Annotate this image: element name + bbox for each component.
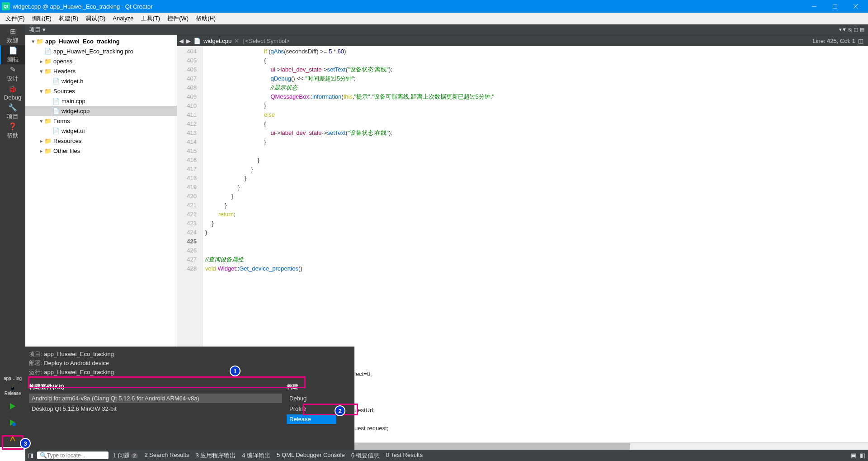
tree-item[interactable]: ▾📁Headers	[25, 66, 177, 76]
app-icon: Qt	[2, 2, 10, 10]
tree-label: Resources	[53, 138, 81, 144]
scrollbar-thumb[interactable]	[354, 443, 630, 450]
menu-Analyze[interactable]: Analyze	[109, 14, 137, 23]
menu-构建(B)[interactable]: 构建(B)	[55, 13, 82, 24]
obscured-code	[354, 388, 388, 397]
build-button[interactable]	[0, 431, 25, 447]
split-editor-icon[interactable]: ◫	[858, 38, 863, 44]
mode-label: 设计	[7, 75, 19, 83]
build-option-profile[interactable]: Profile	[287, 404, 336, 413]
kit-option[interactable]: Android for arm64-v8a (Clang Qt 5.12.6 f…	[29, 394, 282, 403]
search-icon: 🔍	[40, 452, 47, 459]
output-tab[interactable]: 4 编译输出	[242, 451, 270, 460]
tree-item[interactable]: 📄app_Huawei_Eco_tracking.pro	[25, 46, 177, 56]
tree-item[interactable]: 📄widget.ui	[25, 126, 177, 136]
menu-编辑(E)[interactable]: 编辑(E)	[28, 13, 55, 24]
symbol-selector[interactable]: <Select Symbol>	[245, 38, 290, 44]
output-tab[interactable]: 6 概要信息	[351, 451, 380, 460]
close-pane-icon[interactable]: ▤	[860, 27, 864, 33]
mode-项目[interactable]: 🔧项目	[0, 102, 25, 121]
menu-bar: 文件(F)编辑(E)构建(B)调试(D)Analyze工具(T)控件(W)帮助(…	[0, 13, 868, 24]
build-option-release[interactable]: Release	[287, 414, 336, 424]
mode-label: Debug	[4, 94, 21, 101]
tree-arrow-icon[interactable]: ▸	[38, 58, 44, 65]
tree-arrow-icon[interactable]: ▾	[38, 118, 44, 124]
mode-帮助[interactable]: ❓帮助	[0, 121, 25, 140]
menu-调试(D)[interactable]: 调试(D)	[82, 13, 109, 24]
mode-label: 帮助	[7, 132, 19, 140]
mode-icon: ⊞	[10, 27, 16, 36]
tree-arrow-icon[interactable]: ▸	[38, 147, 44, 154]
tree-item[interactable]: ▸📁openssl	[25, 56, 177, 66]
phone-icon: 📱	[9, 384, 16, 391]
maximize-button[interactable]	[825, 0, 845, 13]
toggle-right-sidebar-icon[interactable]: ◧	[860, 452, 865, 459]
output-tab[interactable]: 5 QML Debugger Console	[277, 451, 345, 460]
tree-item[interactable]: 📄main.cpp	[25, 96, 177, 106]
obscured-code: lect=0;	[354, 370, 388, 379]
output-tab[interactable]: 3 应用程序输出	[195, 451, 236, 460]
mode-欢迎[interactable]: ⊞欢迎	[0, 26, 25, 45]
tree-item[interactable]: ▸📁Other files	[25, 146, 177, 156]
file-icon: 📄	[193, 38, 201, 44]
build-target-label: app…ing	[4, 375, 22, 382]
mode-Debug[interactable]: 🐞Debug	[0, 83, 25, 102]
tree-item[interactable]: ▾📁Forms	[25, 116, 177, 126]
mode-设计[interactable]: ✎设计	[0, 64, 25, 83]
obscured-code	[354, 352, 388, 361]
mode-icon: ❓	[8, 122, 17, 131]
locator[interactable]: 🔍	[37, 451, 108, 459]
tree-item[interactable]: ▾📁Sources	[25, 86, 177, 96]
tree-label: openssl	[53, 58, 74, 65]
toggle-sidebar-icon[interactable]: ◨	[28, 452, 33, 459]
output-tab[interactable]: 2 Search Results	[144, 451, 189, 460]
menu-帮助(H)[interactable]: 帮助(H)	[192, 13, 219, 24]
tree-arrow-icon[interactable]: ▾	[38, 88, 44, 95]
menu-控件(W)[interactable]: 控件(W)	[164, 13, 192, 24]
kit-selector-button[interactable]: 📱 Release	[0, 382, 25, 398]
window-title: widget.cpp @ app_Huawei_Eco_tracking - Q…	[13, 3, 804, 10]
tree-item[interactable]: 📄widget.h	[25, 76, 177, 86]
file-icon: 📁	[44, 147, 52, 154]
filter-icon[interactable]: ▾▼	[839, 27, 847, 33]
dropdown-icon[interactable]: ▾	[42, 26, 46, 33]
progress-icon[interactable]: ▣	[851, 452, 856, 459]
locator-input[interactable]	[47, 452, 106, 459]
mode-编辑[interactable]: 📄编辑	[0, 45, 25, 64]
tree-arrow-icon[interactable]: ▸	[38, 138, 44, 144]
tree-item[interactable]: 📄widget.cpp	[25, 106, 177, 116]
mode-label: 编辑	[7, 56, 19, 64]
horizontal-scrollbar[interactable]	[354, 442, 868, 450]
tree-arrow-icon[interactable]: ▾	[38, 68, 44, 75]
tree-item[interactable]: ▾📁app_Huawei_Eco_tracking	[25, 36, 177, 46]
tree-arrow-icon[interactable]: ▾	[30, 38, 36, 45]
tree-item[interactable]: ▸📁Resources	[25, 136, 177, 146]
nav-back-icon[interactable]: ◀	[179, 38, 184, 44]
debug-run-button[interactable]	[0, 414, 25, 431]
tree-label: Forms	[53, 118, 70, 124]
build-option-debug[interactable]: Debug	[287, 394, 336, 403]
run-button[interactable]	[0, 398, 25, 414]
output-tab[interactable]: 1 问题2	[113, 451, 138, 460]
file-icon: 📁	[44, 138, 52, 144]
file-icon: 📁	[44, 58, 52, 65]
menu-文件(F)[interactable]: 文件(F)	[2, 13, 28, 24]
mode-icon: 🔧	[8, 103, 17, 112]
menu-工具(T)[interactable]: 工具(T)	[137, 13, 164, 24]
file-icon: 📁	[44, 118, 52, 124]
tree-label: main.cpp	[61, 98, 85, 105]
obscured-code: uestUrl;	[354, 406, 388, 415]
link-icon[interactable]: ⎘	[849, 27, 852, 33]
nav-fwd-icon[interactable]: ▶	[186, 38, 191, 44]
tree-label: Headers	[53, 68, 75, 75]
mode-icon: 🐞	[8, 85, 17, 93]
obscured-code: uest request;	[354, 424, 388, 433]
split-icon[interactable]: ◫	[854, 27, 858, 33]
kit-option[interactable]: Desktop Qt 5.12.6 MinGW 32-bit	[29, 404, 282, 413]
minimize-button[interactable]	[804, 0, 825, 13]
editor-file-name[interactable]: widget.cpp	[203, 38, 231, 44]
file-dirty-icon: ✕	[234, 38, 239, 44]
tree-label: widget.h	[61, 78, 83, 85]
output-tab[interactable]: 8 Test Results	[386, 451, 423, 460]
close-button[interactable]	[845, 0, 866, 13]
